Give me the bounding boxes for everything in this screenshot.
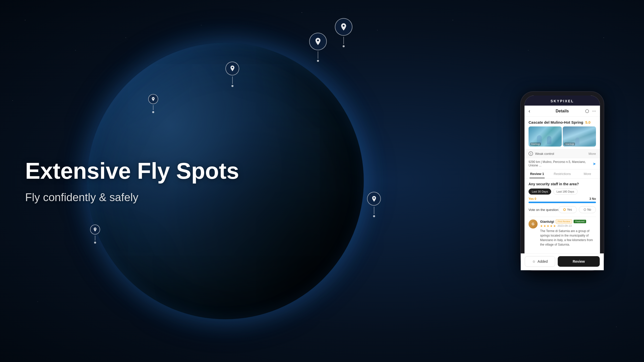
vote-yes-count: Yes 0 bbox=[529, 197, 536, 201]
tab-review[interactable]: Review 1 bbox=[525, 169, 550, 178]
control-bar: ℹ Weak control More bbox=[525, 149, 600, 158]
place-image-main[interactable]: Gianluigi bbox=[529, 126, 562, 147]
reviewer-info: Gianluigi First Review Featured ★ ★ ★ ★ … bbox=[540, 219, 596, 247]
reviewer-name: Gianluigi bbox=[540, 220, 554, 223]
control-label: Weak control bbox=[535, 152, 588, 156]
tab-more[interactable]: More bbox=[575, 169, 600, 178]
navigate-icon[interactable]: ➤ bbox=[593, 161, 596, 166]
tab-restrictions[interactable]: Restrictions bbox=[550, 169, 575, 178]
app-bottom-bar: ☆ Added Review bbox=[525, 253, 600, 266]
yes-radio-icon bbox=[563, 208, 566, 211]
no-radio-icon bbox=[584, 208, 586, 211]
vote-buttons: Yes No bbox=[558, 206, 596, 213]
app-nav-bar: ‹ Details ⬡ ··· bbox=[525, 106, 600, 117]
nav-title: Details bbox=[556, 109, 569, 113]
location-bar: 9290 km | Mulino, Percorso n.5, Manciano… bbox=[525, 158, 600, 169]
hero-content: Extensive Fly Spots Fly confidently & sa… bbox=[25, 159, 239, 204]
reviewer-card: G Gianluigi First Review Featured ★ ★ bbox=[529, 217, 596, 247]
detail-tabs: Review 1 Restrictions More bbox=[525, 169, 600, 178]
phone-device: SKYPIXEL ‹ Details ⬡ ··· Cascate del Mul… bbox=[521, 92, 604, 270]
vote-no-button[interactable]: No bbox=[579, 206, 596, 213]
vote-stats: Yes 0 3 No bbox=[529, 197, 596, 201]
brand-name: SKYPIXEL bbox=[550, 99, 574, 103]
place-header: Cascate del Mulino-Hot Spring 5.0 bbox=[525, 117, 600, 126]
vote-row: Vote on the question Yes No bbox=[529, 206, 596, 213]
app-scroll-content[interactable]: Cascate del Mulino-Hot Spring 5.0 Gianlu… bbox=[525, 117, 600, 265]
fly-pin-4[interactable] bbox=[148, 94, 158, 113]
hero-title: Extensive Fly Spots bbox=[25, 159, 239, 184]
review-button[interactable]: Review bbox=[558, 256, 600, 266]
badge-first-review: First Review bbox=[556, 219, 572, 223]
reviewer-avatar: G bbox=[529, 219, 538, 229]
review-section: Any security staff in the area? Last 30 … bbox=[525, 178, 600, 250]
back-button[interactable]: ‹ bbox=[529, 108, 530, 114]
place-rating: 5.0 bbox=[585, 120, 591, 124]
reviewer-stars: ★ ★ ★ ★ ★ 2023-09-13 bbox=[540, 224, 596, 228]
vote-yes-button[interactable]: Yes bbox=[558, 206, 577, 213]
vote-question-label: Vote on the question bbox=[529, 208, 558, 212]
question-title: Any security staff in the area? bbox=[529, 182, 596, 186]
image-label-1: Gianluigi bbox=[530, 143, 541, 146]
vote-no-label: No bbox=[587, 208, 591, 211]
control-more[interactable]: More bbox=[588, 152, 596, 156]
more-icon[interactable]: ··· bbox=[592, 108, 596, 114]
app-brand-header: SKYPIXEL bbox=[525, 96, 600, 106]
filter-30-days[interactable]: Last 30 Days bbox=[529, 189, 551, 195]
vote-bar bbox=[529, 202, 596, 203]
location-text: 9290 km | Mulino, Percorso n.5, Manciano… bbox=[529, 160, 591, 167]
fly-pin-3[interactable] bbox=[335, 18, 352, 47]
phone-screen: SKYPIXEL ‹ Details ⬡ ··· Cascate del Mul… bbox=[525, 96, 600, 266]
added-label: Added bbox=[538, 259, 548, 263]
time-filters: Last 30 Days Last 180 Days bbox=[529, 189, 596, 195]
filter-180-days[interactable]: Last 180 Days bbox=[553, 189, 577, 195]
reviewer-top: Gianluigi First Review Featured bbox=[540, 219, 596, 223]
fly-pin-5[interactable] bbox=[367, 192, 381, 217]
phone-mockup: SKYPIXEL ‹ Details ⬡ ··· Cascate del Mul… bbox=[521, 92, 604, 270]
image-label-2: Gianluigi bbox=[564, 143, 575, 146]
badge-featured: Featured bbox=[574, 220, 586, 223]
vote-no-count: 3 No bbox=[589, 197, 596, 201]
fly-pin-1[interactable] bbox=[309, 33, 327, 62]
vote-yes-label: Yes bbox=[567, 208, 572, 211]
info-icon: ℹ bbox=[529, 151, 533, 156]
added-button[interactable]: ☆ Added bbox=[525, 256, 555, 266]
nav-action-icons: ⬡ ··· bbox=[585, 108, 596, 114]
fly-pin-2[interactable] bbox=[225, 62, 239, 87]
place-name: Cascate del Mulino-Hot Spring bbox=[529, 120, 583, 124]
reviewer-date: 2023-09-13 bbox=[557, 224, 572, 228]
share-icon[interactable]: ⬡ bbox=[585, 108, 589, 114]
star-icon: ☆ bbox=[532, 259, 536, 263]
hero-subtitle: Fly confidently & safely bbox=[25, 191, 239, 204]
place-images: Gianluigi Gianluigi bbox=[525, 126, 600, 149]
place-image-secondary[interactable]: Gianluigi bbox=[563, 126, 596, 147]
reviewer-text: The Terme di Saturnia are a group of spr… bbox=[540, 229, 596, 247]
fly-pin-6[interactable] bbox=[90, 224, 100, 244]
